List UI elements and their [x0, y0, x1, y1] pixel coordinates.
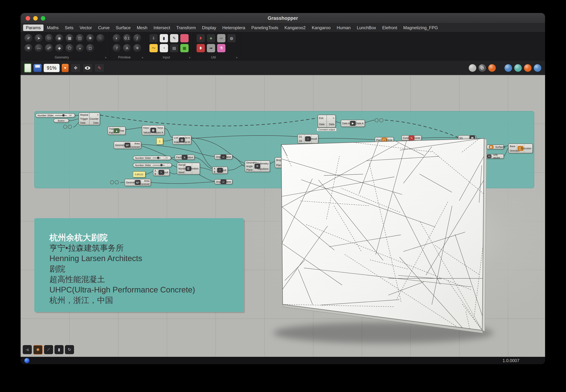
panel-value[interactable]: 0.85132: [133, 171, 146, 177]
mini-toolbar-button[interactable]: ✱: [33, 345, 43, 354]
key-value-search[interactable]: KeysValues A▦KeysValues A: [142, 125, 164, 135]
toolbar-icon[interactable]: ⬭: [45, 34, 53, 42]
display-mode-icon[interactable]: [488, 64, 496, 72]
toolbar-icon[interactable]: ◆: [55, 44, 64, 53]
menu-tab-sets[interactable]: Sets: [62, 25, 76, 31]
toolbar-icon[interactable]: 7: [112, 44, 121, 53]
toolbar-icon[interactable]: ✐: [24, 34, 33, 42]
unit-vector[interactable]: ⇗zUnit vector: [484, 154, 504, 159]
plane-1[interactable]: Origin▱Plane: [214, 154, 232, 159]
toolbar-icon[interactable]: [180, 34, 189, 42]
toolbar-icon[interactable]: ☍: [45, 44, 53, 53]
display-mode-icon[interactable]: [469, 64, 477, 72]
display-mode-icon[interactable]: [524, 64, 532, 72]
menu-tab-params[interactable]: Params: [23, 25, 44, 31]
menu-tab-elefront[interactable]: Elefront: [380, 25, 400, 31]
toolbar-icon[interactable]: ✎: [170, 34, 179, 42]
toolbar-icon[interactable]: ƒ: [133, 34, 142, 42]
multiply-2[interactable]: AB✕Result: [212, 167, 228, 174]
minimize-button[interactable]: [33, 16, 38, 21]
menu-tab-lunchbox[interactable]: LunchBox: [354, 25, 379, 31]
toolbar-icon[interactable]: ◍: [227, 34, 236, 42]
mini-toolbar-button[interactable]: ▮: [55, 345, 63, 354]
navigator-icon[interactable]: ✥: [71, 64, 80, 72]
menu-tab-maths[interactable]: Maths: [44, 25, 61, 31]
toolbar-icon[interactable]: ◒: [76, 44, 84, 53]
toolbar-icon[interactable]: ⇨: [217, 34, 226, 42]
mini-toolbar-button[interactable]: ⟋: [44, 345, 53, 354]
plane-2[interactable]: Origin▱Plane: [214, 179, 232, 184]
group-expand-icon[interactable]: +: [236, 56, 238, 60]
group-expand-icon[interactable]: +: [189, 56, 191, 60]
factor-pi[interactable]: FactorπOutput: [175, 155, 194, 160]
grasshopper-canvas[interactable]: 杭州余杭大剧院亨宁•拉森建筑事务所Henning Larsen Architec…: [21, 75, 545, 357]
menu-tab-vector[interactable]: Vector: [77, 25, 95, 31]
mini-toolbar-button[interactable]: -x: [23, 345, 32, 354]
toolbar-icon[interactable]: ⬠: [65, 44, 74, 53]
display-mode-icon[interactable]: [534, 64, 541, 72]
list-item[interactable]: ListIndex▤List AList B: [173, 135, 191, 145]
menu-tab-transform[interactable]: Transform: [174, 25, 198, 31]
toolbar-icon[interactable]: ❅: [86, 34, 95, 42]
circle-cnr[interactable]: Plane◯Circle: [375, 137, 394, 143]
curve-node[interactable]: Curve∿Curve: [402, 135, 422, 141]
toolbar-icon[interactable]: 0.1: [123, 34, 131, 42]
display-mode-icon[interactable]: [504, 64, 512, 72]
area-2[interactable]: GeometryM²AreaCentroid: [124, 179, 151, 186]
menu-tab-display[interactable]: Display: [199, 25, 219, 31]
data-dam[interactable]: Data A▶Data A: [341, 120, 365, 127]
new-file-icon[interactable]: [24, 63, 31, 72]
menu-tab-kangaroo2[interactable]: Kangaroo2: [282, 25, 308, 31]
menu-tab-heteroptera[interactable]: Heteroptera: [220, 25, 248, 31]
title-bar[interactable]: Grasshopper: [21, 13, 545, 24]
toolbar-icon[interactable]: ◻: [86, 44, 95, 53]
menu-tab-magnetizing_fpg[interactable]: Magnetizing_FPG: [401, 25, 441, 31]
panel-one[interactable]: 1: [156, 138, 163, 145]
extrusion[interactable]: BaseDirection◳Extrusion: [508, 143, 533, 153]
group-expand-icon[interactable]: +: [142, 56, 144, 60]
toolbar-icon[interactable]: ◐: [112, 34, 121, 42]
save-file-icon[interactable]: [34, 64, 42, 72]
toolbar-icon[interactable]: ▦: [65, 34, 74, 42]
toolbar-icon[interactable]: ➤: [34, 34, 43, 42]
toolbar-icon[interactable]: ◫: [76, 34, 84, 42]
toolbar-icon[interactable]: ◔: [160, 44, 168, 53]
loop-end[interactable]: ExitData<DataConstant output: [318, 115, 336, 128]
multiply-1[interactable]: AB✕Result: [153, 169, 170, 176]
button-trigger[interactable]: Button: [53, 119, 69, 123]
sketch-brush-icon[interactable]: ✎: [95, 64, 104, 72]
toolbar-icon[interactable]: ⚗: [217, 44, 226, 53]
preview-eye-icon[interactable]: [83, 64, 92, 72]
menu-tab-kangaroo[interactable]: Kangaroo: [309, 25, 333, 31]
toolbar-icon[interactable]: ➡: [207, 44, 215, 53]
rotate[interactable]: GeometryAnglePlane⟳GeometryTransform: [245, 160, 270, 172]
menu-tab-curve[interactable]: Curve: [95, 25, 112, 31]
toolbar-icon[interactable]: ✖: [24, 44, 33, 53]
toolbar-icon[interactable]: A: [123, 44, 131, 53]
tree-branch[interactable]: TreePath▲Tree: [107, 126, 126, 135]
relay-pair-2[interactable]: [110, 180, 119, 184]
surfaces[interactable]: ◧Surfaces: [487, 145, 504, 149]
number-slider-repeat[interactable]: Number Slider80: [35, 113, 75, 118]
menu-tab-intersect[interactable]: Intersect: [151, 25, 173, 31]
menu-tab-human[interactable]: Human: [334, 25, 353, 31]
relay-pair-1[interactable]: [63, 125, 72, 129]
toolbar-icon[interactable]: 〰: [34, 44, 43, 53]
status-sphere-icon[interactable]: [24, 358, 30, 363]
toolbar-icon[interactable]: ❥: [196, 34, 205, 42]
toolbar-icon[interactable]: ▮: [160, 34, 168, 42]
zoom-level[interactable]: 91%: [44, 64, 60, 72]
menu-tab-surface[interactable]: Surface: [113, 25, 133, 31]
toolbar-icon[interactable]: ▤: [170, 44, 179, 53]
division[interactable]: D1D2÷Result: [298, 134, 318, 143]
toolbar-icon[interactable]: ✳: [133, 44, 142, 53]
number-slider-random[interactable]: Number Slider1: [133, 163, 172, 167]
area-1[interactable]: GeometryM²AreaCentroid: [114, 141, 141, 149]
toolbar-icon[interactable]: ❥: [196, 44, 205, 53]
number-slider-factor[interactable]: Number Slider1.00: [133, 156, 171, 160]
display-mode-icon[interactable]: ⊘: [478, 64, 486, 72]
toolbar-icon[interactable]: ◉: [55, 34, 64, 42]
random[interactable]: RangeNumberSeed⚄Random: [177, 163, 200, 175]
mini-toolbar-button[interactable]: ↻: [65, 345, 74, 354]
relay-pair-3[interactable]: [375, 118, 383, 122]
